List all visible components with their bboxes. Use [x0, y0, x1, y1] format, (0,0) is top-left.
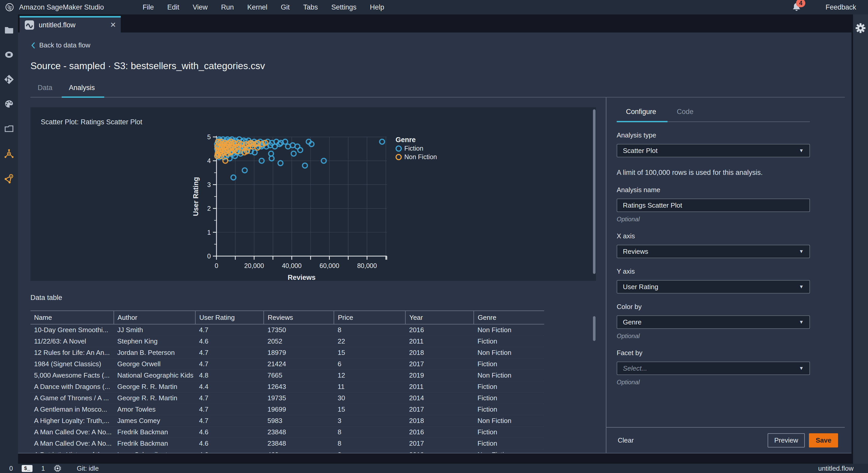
field-x-axis: X axisReviews▼ — [617, 232, 810, 258]
menu-settings[interactable]: Settings — [331, 3, 356, 11]
page-title: Source - sampled · S3: bestsellers_with_… — [30, 61, 845, 71]
column-header-author[interactable]: Author — [114, 311, 195, 324]
svg-text:2: 2 — [207, 205, 211, 212]
git-status[interactable]: Git: idle — [77, 465, 99, 472]
git-icon[interactable] — [4, 74, 14, 85]
pipeline-icon[interactable] — [4, 173, 14, 184]
menu-git[interactable]: Git — [281, 3, 290, 11]
data-table-label: Data table — [30, 294, 596, 302]
facet-by-select[interactable]: Select...▼ — [617, 361, 810, 375]
palette-icon[interactable] — [4, 99, 14, 109]
facet-by-label: Facet by — [617, 349, 810, 357]
status-filename: untitled.flow — [818, 465, 854, 472]
table-row: 10-Day Green Smoothi...JJ Smith4.7173508… — [30, 324, 544, 336]
color-by-select[interactable]: Genre▼ — [617, 315, 810, 329]
tab-title: untitled.flow — [39, 21, 75, 29]
chart-card-scrollbar[interactable] — [593, 109, 595, 274]
chevron-down-icon: ▼ — [799, 366, 804, 371]
preview-button[interactable]: Preview — [768, 433, 805, 447]
field-facet-by: Facet bySelect...▼Optional — [617, 349, 810, 386]
table-header-row: NameAuthorUser RatingReviewsPriceYearGen… — [30, 311, 544, 324]
tab-data[interactable]: Data — [30, 84, 62, 97]
facet-by-value: Select... — [623, 365, 647, 372]
field-analysis-name: Analysis nameRatings Scatter PlotOptiona… — [617, 186, 810, 223]
svg-text:Genre: Genre — [396, 136, 416, 144]
table-row: A Patriot's History of th...Larry Schwei… — [30, 449, 544, 453]
configure-panel-tabs: ConfigureCode — [617, 108, 810, 122]
notifications-bell-icon[interactable]: 4 — [792, 2, 802, 12]
analysis-name-input[interactable]: Ratings Scatter Plot — [617, 198, 810, 212]
column-header-price[interactable]: Price — [334, 311, 405, 324]
y-axis-select[interactable]: User Rating▼ — [617, 280, 810, 293]
table-row: A Gentleman in Mosco...Amor Towles4.7196… — [30, 404, 544, 415]
tab-configure[interactable]: Configure — [617, 108, 668, 122]
sagemaker-studio-app: Amazon SageMaker Studio FileEditViewRunK… — [0, 0, 868, 473]
flow-file-icon — [24, 20, 35, 30]
open-tabs-icon[interactable] — [4, 124, 14, 134]
menu-edit[interactable]: Edit — [167, 3, 179, 11]
content-scrollbar[interactable] — [593, 316, 595, 341]
column-header-year[interactable]: Year — [405, 311, 474, 324]
menu-run[interactable]: Run — [221, 3, 234, 11]
tab-analysis[interactable]: Analysis — [62, 84, 104, 97]
svg-text:80,000: 80,000 — [357, 262, 377, 269]
main-column: untitled.flow ✕ Back to data flow Source… — [18, 14, 851, 464]
menu-tabs[interactable]: Tabs — [303, 3, 318, 11]
folder-icon[interactable] — [4, 25, 14, 35]
column-header-genre[interactable]: Genre — [474, 311, 544, 324]
menu-kernel[interactable]: Kernel — [247, 3, 267, 11]
content-row: Scatter Plot: Ratings Scatter Plot 01234… — [30, 97, 845, 453]
field-analysis-type: Analysis typeScatter Plot▼ — [617, 131, 810, 157]
table-row: A Man Called Ove: A No...Fredrik Backman… — [30, 426, 544, 438]
clear-button[interactable]: Clear — [618, 436, 634, 444]
cpu-icon[interactable] — [54, 465, 61, 472]
column-header-name[interactable]: Name — [30, 311, 114, 324]
settings-gear-icon[interactable] — [855, 23, 866, 34]
scatter-plot-card: Scatter Plot: Ratings Scatter Plot 01234… — [30, 107, 596, 281]
feedback-link[interactable]: Feedback — [826, 3, 856, 11]
workspace: Back to data flow Source - sampled · S3:… — [18, 32, 851, 453]
menu-view[interactable]: View — [193, 3, 208, 11]
column-header-reviews[interactable]: Reviews — [264, 311, 334, 324]
color-by-value: Genre — [623, 318, 642, 326]
save-button[interactable]: Save — [809, 433, 838, 447]
x-axis-select[interactable]: Reviews▼ — [617, 245, 810, 258]
svg-text:Reviews: Reviews — [288, 274, 316, 281]
svg-text:60,000: 60,000 — [319, 262, 339, 269]
analysis-type-select[interactable]: Scatter Plot▼ — [617, 144, 810, 157]
svg-text:Fiction: Fiction — [404, 145, 424, 152]
tab-strip: untitled.flow ✕ — [18, 14, 851, 32]
analysis-content: Scatter Plot: Ratings Scatter Plot 01234… — [30, 97, 596, 453]
tab-close-icon[interactable]: ✕ — [110, 22, 116, 29]
configure-fields: Analysis typeScatter Plot▼A limit of 100… — [617, 131, 810, 386]
y-axis-label: Y axis — [617, 267, 810, 276]
resources-icon[interactable] — [4, 149, 14, 159]
tab-code[interactable]: Code — [668, 108, 705, 122]
facet-by-optional-note: Optional — [617, 379, 810, 386]
svg-text:0: 0 — [215, 262, 218, 269]
field-color-by: Color byGenre▼Optional — [617, 303, 810, 340]
analysis-name-optional-note: Optional — [617, 216, 810, 223]
data-table: NameAuthorUser RatingReviewsPriceYearGen… — [30, 311, 544, 453]
tab-untitled-flow[interactable]: untitled.flow ✕ — [20, 16, 121, 32]
svg-text:User Rating: User Rating — [192, 177, 200, 216]
menu-file[interactable]: File — [143, 3, 154, 11]
terminal-icon[interactable]: $_ — [22, 465, 32, 472]
table-row: 11/22/63: A NovelStephen King4.620522220… — [30, 336, 544, 347]
menu-help[interactable]: Help — [370, 3, 384, 11]
table-row: 12 Rules for Life: An An...Jordan B. Pet… — [30, 347, 544, 358]
svg-text:3: 3 — [207, 181, 211, 188]
notification-count-badge: 4 — [796, 0, 805, 7]
kernel-count: 1 — [41, 465, 45, 472]
table-row: A Game of Thrones / A ...George R. R. Ma… — [30, 392, 544, 404]
column-header-user-rating[interactable]: User Rating — [195, 311, 264, 324]
svg-text:4: 4 — [207, 157, 211, 164]
running-sessions-icon[interactable] — [4, 50, 14, 60]
y-axis-value: User Rating — [623, 283, 658, 291]
analysis-type-value: Scatter Plot — [623, 147, 657, 155]
table-row: A Dance with Dragons (...George R. R. Ma… — [30, 381, 544, 392]
scatter-plot: 012345020,00040,00060,00080,000ReviewsUs… — [30, 107, 596, 281]
status-bar: 0 $_ 1 Git: idle untitled.flow — [0, 464, 868, 473]
chevron-down-icon: ▼ — [799, 148, 804, 153]
back-to-data-flow-link[interactable]: Back to data flow — [30, 41, 90, 49]
